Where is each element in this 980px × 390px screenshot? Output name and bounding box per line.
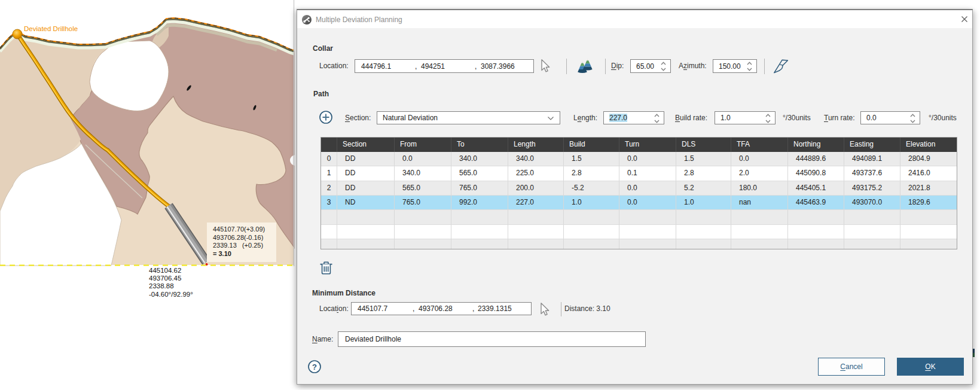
- svg-text:?: ?: [312, 362, 317, 371]
